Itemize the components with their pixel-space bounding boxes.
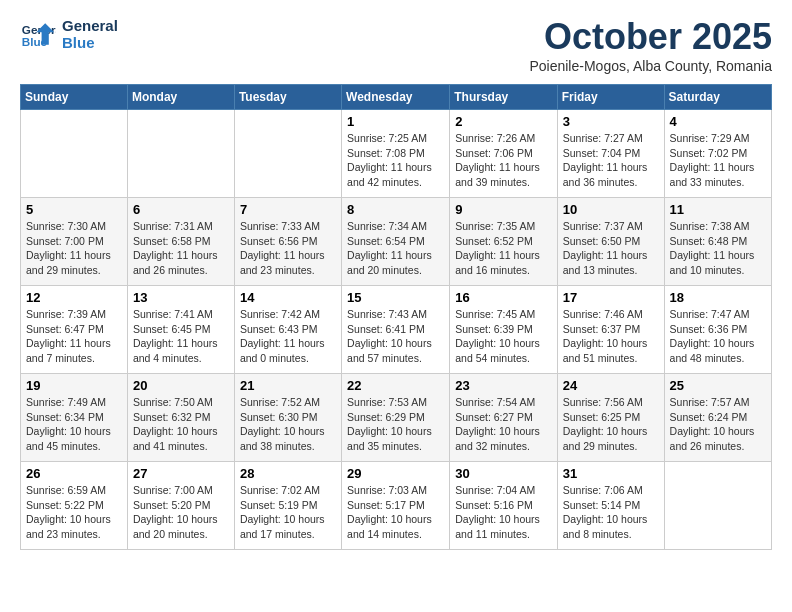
day-info: Sunrise: 7:37 AM Sunset: 6:50 PM Dayligh… <box>563 219 659 278</box>
day-number: 5 <box>26 202 122 217</box>
location-subtitle: Poienile-Mogos, Alba County, Romania <box>529 58 772 74</box>
calendar-day-22: 22Sunrise: 7:53 AM Sunset: 6:29 PM Dayli… <box>342 374 450 462</box>
day-number: 3 <box>563 114 659 129</box>
day-number: 18 <box>670 290 766 305</box>
calendar-day-18: 18Sunrise: 7:47 AM Sunset: 6:36 PM Dayli… <box>664 286 771 374</box>
calendar-week-row: 26Sunrise: 6:59 AM Sunset: 5:22 PM Dayli… <box>21 462 772 550</box>
calendar-day-21: 21Sunrise: 7:52 AM Sunset: 6:30 PM Dayli… <box>234 374 341 462</box>
day-number: 1 <box>347 114 444 129</box>
month-title: October 2025 <box>529 16 772 58</box>
day-info: Sunrise: 7:30 AM Sunset: 7:00 PM Dayligh… <box>26 219 122 278</box>
day-number: 15 <box>347 290 444 305</box>
day-number: 11 <box>670 202 766 217</box>
calendar-day-31: 31Sunrise: 7:06 AM Sunset: 5:14 PM Dayli… <box>557 462 664 550</box>
calendar-day-30: 30Sunrise: 7:04 AM Sunset: 5:16 PM Dayli… <box>450 462 557 550</box>
calendar-day-26: 26Sunrise: 6:59 AM Sunset: 5:22 PM Dayli… <box>21 462 128 550</box>
calendar-day-27: 27Sunrise: 7:00 AM Sunset: 5:20 PM Dayli… <box>127 462 234 550</box>
day-info: Sunrise: 7:43 AM Sunset: 6:41 PM Dayligh… <box>347 307 444 366</box>
day-info: Sunrise: 7:29 AM Sunset: 7:02 PM Dayligh… <box>670 131 766 190</box>
day-number: 20 <box>133 378 229 393</box>
empty-day <box>664 462 771 550</box>
day-number: 23 <box>455 378 551 393</box>
calendar-day-9: 9Sunrise: 7:35 AM Sunset: 6:52 PM Daylig… <box>450 198 557 286</box>
day-info: Sunrise: 7:39 AM Sunset: 6:47 PM Dayligh… <box>26 307 122 366</box>
day-number: 2 <box>455 114 551 129</box>
calendar-day-12: 12Sunrise: 7:39 AM Sunset: 6:47 PM Dayli… <box>21 286 128 374</box>
calendar-day-3: 3Sunrise: 7:27 AM Sunset: 7:04 PM Daylig… <box>557 110 664 198</box>
calendar-day-4: 4Sunrise: 7:29 AM Sunset: 7:02 PM Daylig… <box>664 110 771 198</box>
day-number: 27 <box>133 466 229 481</box>
empty-day <box>127 110 234 198</box>
day-number: 21 <box>240 378 336 393</box>
day-info: Sunrise: 7:27 AM Sunset: 7:04 PM Dayligh… <box>563 131 659 190</box>
day-info: Sunrise: 7:31 AM Sunset: 6:58 PM Dayligh… <box>133 219 229 278</box>
calendar-day-25: 25Sunrise: 7:57 AM Sunset: 6:24 PM Dayli… <box>664 374 771 462</box>
calendar-day-28: 28Sunrise: 7:02 AM Sunset: 5:19 PM Dayli… <box>234 462 341 550</box>
calendar-week-row: 1Sunrise: 7:25 AM Sunset: 7:08 PM Daylig… <box>21 110 772 198</box>
calendar-day-23: 23Sunrise: 7:54 AM Sunset: 6:27 PM Dayli… <box>450 374 557 462</box>
day-number: 16 <box>455 290 551 305</box>
day-info: Sunrise: 7:45 AM Sunset: 6:39 PM Dayligh… <box>455 307 551 366</box>
day-number: 24 <box>563 378 659 393</box>
day-number: 13 <box>133 290 229 305</box>
day-info: Sunrise: 7:42 AM Sunset: 6:43 PM Dayligh… <box>240 307 336 366</box>
day-number: 30 <box>455 466 551 481</box>
calendar-table: SundayMondayTuesdayWednesdayThursdayFrid… <box>20 84 772 550</box>
day-number: 8 <box>347 202 444 217</box>
day-header-friday: Friday <box>557 85 664 110</box>
logo: General Blue General Blue <box>20 16 118 52</box>
day-header-thursday: Thursday <box>450 85 557 110</box>
calendar-day-6: 6Sunrise: 7:31 AM Sunset: 6:58 PM Daylig… <box>127 198 234 286</box>
day-info: Sunrise: 7:33 AM Sunset: 6:56 PM Dayligh… <box>240 219 336 278</box>
day-number: 25 <box>670 378 766 393</box>
calendar-week-row: 19Sunrise: 7:49 AM Sunset: 6:34 PM Dayli… <box>21 374 772 462</box>
day-number: 22 <box>347 378 444 393</box>
calendar-day-10: 10Sunrise: 7:37 AM Sunset: 6:50 PM Dayli… <box>557 198 664 286</box>
title-area: October 2025 Poienile-Mogos, Alba County… <box>529 16 772 74</box>
day-info: Sunrise: 7:53 AM Sunset: 6:29 PM Dayligh… <box>347 395 444 454</box>
calendar-day-14: 14Sunrise: 7:42 AM Sunset: 6:43 PM Dayli… <box>234 286 341 374</box>
calendar-day-5: 5Sunrise: 7:30 AM Sunset: 7:00 PM Daylig… <box>21 198 128 286</box>
day-number: 17 <box>563 290 659 305</box>
day-number: 7 <box>240 202 336 217</box>
day-info: Sunrise: 7:26 AM Sunset: 7:06 PM Dayligh… <box>455 131 551 190</box>
day-number: 4 <box>670 114 766 129</box>
calendar-week-row: 5Sunrise: 7:30 AM Sunset: 7:00 PM Daylig… <box>21 198 772 286</box>
day-info: Sunrise: 7:56 AM Sunset: 6:25 PM Dayligh… <box>563 395 659 454</box>
empty-day <box>234 110 341 198</box>
calendar-day-24: 24Sunrise: 7:56 AM Sunset: 6:25 PM Dayli… <box>557 374 664 462</box>
calendar-day-29: 29Sunrise: 7:03 AM Sunset: 5:17 PM Dayli… <box>342 462 450 550</box>
day-info: Sunrise: 7:54 AM Sunset: 6:27 PM Dayligh… <box>455 395 551 454</box>
calendar-day-17: 17Sunrise: 7:46 AM Sunset: 6:37 PM Dayli… <box>557 286 664 374</box>
day-info: Sunrise: 7:38 AM Sunset: 6:48 PM Dayligh… <box>670 219 766 278</box>
calendar-day-19: 19Sunrise: 7:49 AM Sunset: 6:34 PM Dayli… <box>21 374 128 462</box>
logo-icon: General Blue <box>20 16 56 52</box>
day-info: Sunrise: 7:46 AM Sunset: 6:37 PM Dayligh… <box>563 307 659 366</box>
day-number: 9 <box>455 202 551 217</box>
day-info: Sunrise: 7:41 AM Sunset: 6:45 PM Dayligh… <box>133 307 229 366</box>
calendar-header-row: SundayMondayTuesdayWednesdayThursdayFrid… <box>21 85 772 110</box>
calendar-day-15: 15Sunrise: 7:43 AM Sunset: 6:41 PM Dayli… <box>342 286 450 374</box>
calendar-day-13: 13Sunrise: 7:41 AM Sunset: 6:45 PM Dayli… <box>127 286 234 374</box>
day-number: 31 <box>563 466 659 481</box>
logo-blue: Blue <box>62 34 118 51</box>
day-header-saturday: Saturday <box>664 85 771 110</box>
day-info: Sunrise: 7:35 AM Sunset: 6:52 PM Dayligh… <box>455 219 551 278</box>
day-info: Sunrise: 7:47 AM Sunset: 6:36 PM Dayligh… <box>670 307 766 366</box>
day-number: 14 <box>240 290 336 305</box>
day-info: Sunrise: 7:49 AM Sunset: 6:34 PM Dayligh… <box>26 395 122 454</box>
calendar-day-7: 7Sunrise: 7:33 AM Sunset: 6:56 PM Daylig… <box>234 198 341 286</box>
day-header-monday: Monday <box>127 85 234 110</box>
calendar-week-row: 12Sunrise: 7:39 AM Sunset: 6:47 PM Dayli… <box>21 286 772 374</box>
day-number: 29 <box>347 466 444 481</box>
day-header-sunday: Sunday <box>21 85 128 110</box>
logo-general: General <box>62 17 118 34</box>
day-info: Sunrise: 7:25 AM Sunset: 7:08 PM Dayligh… <box>347 131 444 190</box>
day-number: 12 <box>26 290 122 305</box>
calendar-day-2: 2Sunrise: 7:26 AM Sunset: 7:06 PM Daylig… <box>450 110 557 198</box>
day-info: Sunrise: 6:59 AM Sunset: 5:22 PM Dayligh… <box>26 483 122 542</box>
day-number: 10 <box>563 202 659 217</box>
day-info: Sunrise: 7:34 AM Sunset: 6:54 PM Dayligh… <box>347 219 444 278</box>
day-header-wednesday: Wednesday <box>342 85 450 110</box>
day-info: Sunrise: 7:52 AM Sunset: 6:30 PM Dayligh… <box>240 395 336 454</box>
